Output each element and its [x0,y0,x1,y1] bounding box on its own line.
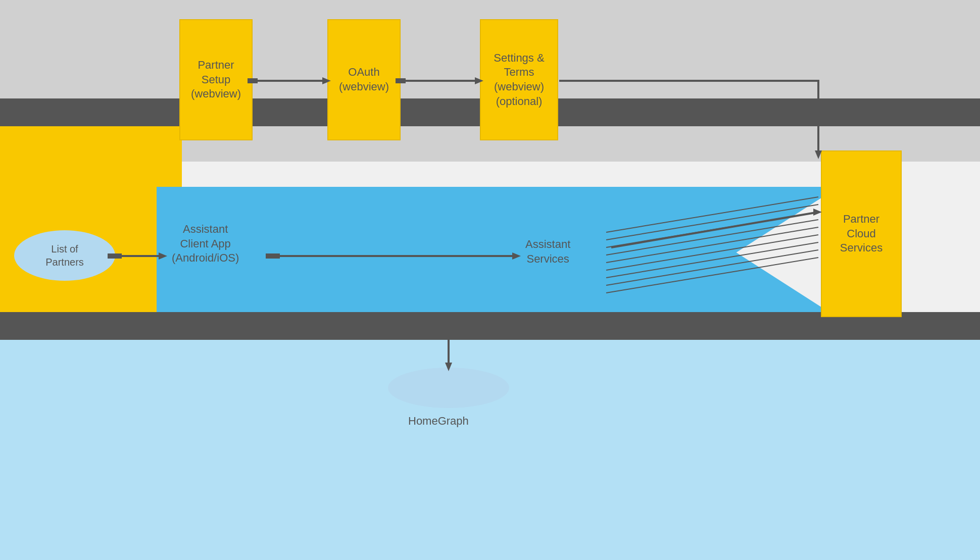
homegraph-oval [388,368,509,408]
oauth-box: OAuth (webview) [327,19,401,140]
settings-label: Settings & Terms (webview) (optional) [494,51,544,109]
yellow-background-left [0,126,182,318]
assistant-client-app-label: Assistant Client App (Android/iOS) [172,222,239,266]
homegraph-label: HomeGraph [408,414,469,429]
partner-setup-box: Partner Setup (webview) [179,19,253,140]
partner-cloud-box: Partner Cloud Services [821,150,902,317]
list-of-partners-oval: List of Partners [14,230,115,281]
partner-setup-label: Partner Setup (webview) [191,58,241,101]
assistant-services-label: Assistant Services [525,237,570,266]
blue-middle-area [157,187,839,318]
list-of-partners-label: List of Partners [45,242,84,269]
partner-cloud-label: Partner Cloud Services [840,212,883,256]
oauth-label: OAuth (webview) [339,65,389,94]
settings-box: Settings & Terms (webview) (optional) [480,19,558,140]
